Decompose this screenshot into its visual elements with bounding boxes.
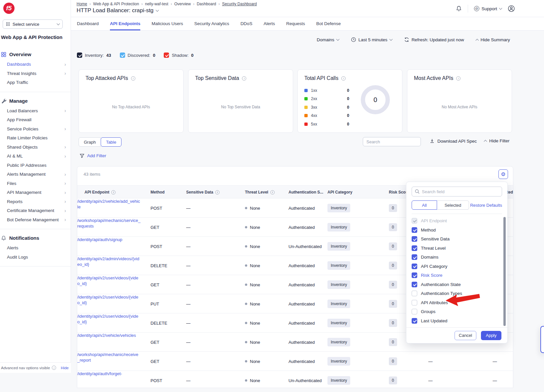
tab[interactable]: Malicious Users — [152, 17, 183, 30]
column-option[interactable]: Risk Score — [412, 271, 499, 280]
endpoint-link[interactable]: /workshop/api/mechanic/service_requests — [77, 218, 141, 229]
tab[interactable]: API Endpoints — [110, 17, 140, 30]
info-icon[interactable]: i — [215, 190, 220, 195]
column-option[interactable]: Domains — [412, 253, 499, 262]
sidebar-item[interactable]: Threat Insights › — [0, 69, 71, 78]
column-option[interactable]: API Category — [412, 262, 499, 271]
column-option[interactable]: Method — [412, 226, 499, 235]
sidebar-item[interactable]: Dashboards › — [0, 60, 71, 69]
sidebar-item[interactable]: Shared Objects › — [0, 143, 71, 152]
info-icon[interactable]: i — [341, 76, 346, 81]
column-option[interactable]: API Endpoint — [412, 216, 499, 226]
refresh-button[interactable]: Refresh: Updated just now — [404, 37, 464, 42]
endpoint-link[interactable]: /identity/api/v2/user/videos/{video_id} — [77, 275, 141, 286]
download-label: Download API Spec — [437, 139, 477, 144]
sidebar-item[interactable]: Reports › — [0, 197, 71, 206]
hide-nav-link[interactable]: Hide — [61, 366, 69, 370]
support-menu[interactable]: @ Support — [474, 6, 502, 11]
tab[interactable]: Alerts — [263, 17, 275, 30]
filter-all-button[interactable]: All — [412, 200, 437, 210]
header-sensitive-data[interactable]: Sensitive Datai — [186, 186, 220, 199]
sidebar-item[interactable]: Audit Logs — [0, 253, 71, 262]
cancel-button[interactable]: Cancel — [455, 331, 476, 340]
counter-checkbox[interactable]: Shadow: 0 — [164, 53, 193, 58]
endpoint-link[interactable]: /identity/api/v2/vehicle/add_vehicle — [77, 198, 141, 210]
column-option[interactable]: Sensitive Data — [412, 234, 499, 244]
info-icon[interactable]: i — [270, 190, 275, 195]
graph-view-button[interactable]: Graph — [79, 137, 101, 147]
endpoint-link[interactable]: /identity/api/auth/forget- — [77, 371, 141, 376]
column-option[interactable]: Authentication State — [412, 280, 499, 289]
tab[interactable]: Bot Defense — [316, 17, 341, 30]
column-option[interactable]: Groups — [412, 307, 499, 316]
endpoint-link[interactable]: /identity/api/v2/admin/videos/{video_id} — [77, 256, 141, 267]
info-icon[interactable]: i — [456, 76, 460, 81]
title-chevron-icon[interactable] — [156, 9, 159, 12]
search-input[interactable] — [363, 137, 421, 146]
header-authentication-state[interactable]: Authentication S... — [289, 186, 323, 199]
header-api-endpoint[interactable]: API Endpointi — [85, 186, 116, 199]
tab[interactable]: Dashboard — [77, 17, 99, 30]
notifications-bell-icon[interactable] — [456, 5, 462, 12]
breadcrumb-link[interactable]: Overview — [174, 2, 191, 6]
counter-checkbox[interactable]: Inventory: 43 — [77, 53, 111, 58]
restore-defaults-link[interactable]: Restore Defaults — [470, 203, 502, 208]
sidebar-item[interactable]: Certificate Management › — [0, 206, 71, 215]
endpoint-link[interactable]: /identity/api/v2/vehicle/vehicles — [77, 333, 141, 338]
hide-summary-button[interactable]: Hide Summary — [476, 37, 510, 42]
sidebar-item[interactable]: Alerts — [0, 243, 71, 253]
endpoint-link[interactable]: /identity/api/v2/user/videos/{video_id} — [77, 294, 141, 305]
info-icon[interactable]: i — [131, 76, 135, 81]
header-method[interactable]: Method — [151, 186, 165, 199]
breadcrumb-link[interactable]: nelly-waf-test — [145, 2, 168, 6]
sidebar-item[interactable]: App Firewall — [0, 115, 71, 125]
sidebar-item[interactable]: API Management › — [0, 188, 71, 197]
download-api-spec-button[interactable]: Download API Spec — [429, 138, 477, 144]
header-threat-level[interactable]: Threat Leveli — [245, 186, 275, 199]
breadcrumb-link[interactable]: Home — [77, 2, 87, 6]
tab[interactable]: Requests — [286, 17, 305, 30]
time-range-dropdown[interactable]: Last 5 minutes — [351, 37, 392, 42]
sidebar-item[interactable]: AI & ML › — [0, 152, 71, 161]
sidebar-item[interactable]: Public IP Addresses — [0, 161, 71, 170]
header-api-category[interactable]: API Category — [327, 186, 352, 199]
domains-dropdown[interactable]: Domains — [317, 37, 339, 42]
endpoint-link[interactable]: /workshop/api/mechanic/receive_report — [77, 352, 141, 363]
checkbox — [120, 53, 125, 58]
column-option[interactable]: Threat Level — [412, 244, 499, 253]
select-service-dropdown[interactable]: Select service — [3, 19, 63, 29]
column-settings-button[interactable]: ⚙ — [498, 169, 508, 179]
apply-button[interactable]: Apply — [481, 331, 501, 340]
sidebar-item[interactable]: Load Balancers › — [0, 106, 71, 116]
breadcrumb-link[interactable]: Dashboard — [197, 2, 216, 6]
info-icon[interactable]: i — [242, 76, 246, 81]
counter-checkbox[interactable]: Discovered: 0 — [120, 53, 155, 58]
info-icon[interactable]: i — [111, 190, 116, 195]
endpoint-link[interactable]: /identity/api/v2/user/videos/{video_id} — [77, 313, 141, 325]
column-option[interactable]: Last Updated — [412, 316, 499, 326]
sidebar-item[interactable]: Bot Defense Management › — [0, 215, 71, 225]
sidebar-item[interactable]: Service Policies › — [0, 125, 71, 134]
table-view-button[interactable]: Table — [101, 137, 121, 147]
panel-divider — [412, 214, 502, 214]
sidebar-item[interactable]: App Traffic — [0, 78, 71, 87]
hide-filter-button[interactable]: Hide Filter — [484, 138, 510, 143]
breadcrumb-link[interactable]: Security Dashboard — [222, 2, 257, 6]
endpoint-link[interactable]: /identity/api/auth/signup — [77, 237, 141, 242]
sidebar-item[interactable]: Files › — [0, 179, 71, 188]
f5-logo[interactable]: f5 — [3, 3, 15, 14]
donut-center-value: 0 — [373, 96, 377, 104]
add-filter-button[interactable]: Add Filter — [80, 153, 106, 158]
chevron-down-icon — [499, 7, 502, 10]
field-search-input[interactable] — [412, 187, 502, 196]
filter-selected-button[interactable]: Selected — [437, 200, 469, 210]
sensitive-data-cell: — — [186, 320, 190, 325]
tab[interactable]: DDoS — [240, 17, 252, 30]
breadcrumb-link[interactable]: Web App & API Protection — [93, 2, 139, 6]
sidebar-item[interactable]: Rate Limiter Policies — [0, 133, 71, 143]
account-avatar-icon[interactable] — [508, 5, 515, 12]
info-icon[interactable]: i — [52, 366, 56, 370]
tab[interactable]: Security Analytics — [194, 17, 229, 30]
panel-scrollbar[interactable] — [503, 217, 506, 326]
sidebar-item[interactable]: Alerts Management › — [0, 170, 71, 179]
